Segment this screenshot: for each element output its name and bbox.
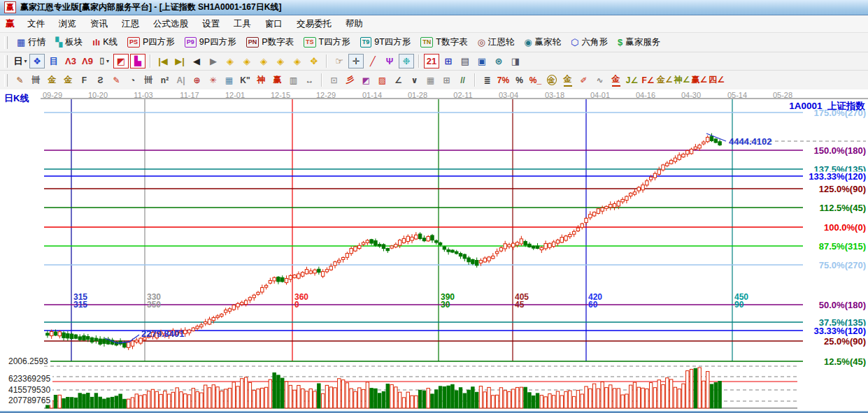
shen-mark-tool-button[interactable]: 神: [254, 73, 269, 87]
mind-map-tool-button[interactable]: ❉: [399, 54, 414, 68]
wave-band-tool-button[interactable]: ∿: [592, 73, 607, 87]
period-day-selector-button[interactable]: 日▾: [13, 54, 28, 68]
menu-item-formula-stock-pick[interactable]: 公式选股: [146, 17, 195, 31]
fan-square-tool-button[interactable]: ◩: [359, 73, 373, 87]
diamond-cross-button-button[interactable]: ◈: [273, 54, 288, 68]
compass-tool-button[interactable]: ✎: [13, 73, 27, 87]
t-square-button[interactable]: TST四方形: [299, 35, 355, 50]
menu-item-window[interactable]: 窗口: [258, 17, 290, 31]
hexagon-button[interactable]: ⬡六角形: [566, 35, 613, 50]
scale-ruler-tool-button[interactable]: 卌: [29, 73, 43, 87]
gold-angle-tool-button[interactable]: 金∠: [657, 73, 673, 87]
menu-item-news[interactable]: 资讯: [83, 17, 115, 31]
market-quotes-button[interactable]: ▦行情: [12, 35, 50, 50]
gold-level-tool-button[interactable]: 金: [560, 73, 575, 87]
h-span-tool-button[interactable]: ↔: [302, 73, 317, 87]
parallel-rays-tool-button[interactable]: //: [455, 73, 470, 87]
9p-square-button[interactable]: P99P四方形: [180, 35, 241, 50]
winner-service-button[interactable]: $赢家服务: [613, 35, 665, 50]
red-compass-tool-button[interactable]: ✎: [109, 73, 124, 87]
gold-circle-tool-button[interactable]: 金: [544, 73, 559, 87]
candle-style-selector-button[interactable]: ⌷▾: [97, 54, 112, 68]
last-bar-button-button[interactable]: ▶|: [172, 54, 187, 68]
win-mark-tool-button[interactable]: 赢: [270, 73, 285, 87]
menu-item-gann[interactable]: 江恩: [115, 17, 146, 31]
p-number-table-button[interactable]: PNP数字表: [241, 35, 299, 50]
ladder-table-tool-button[interactable]: ≣: [480, 73, 495, 87]
menu-item-file[interactable]: 文件: [20, 17, 52, 31]
notepad-tool-button[interactable]: ▤: [457, 54, 473, 68]
first-bar-button-button[interactable]: |◀: [155, 54, 171, 68]
save-tool-button[interactable]: ▣: [474, 54, 490, 68]
gold-ruler-b-tool-button[interactable]: 金: [61, 73, 76, 87]
gann-shape-tool-button[interactable]: ◩: [113, 54, 129, 68]
win-angle-tool-button[interactable]: 赢∠: [692, 73, 708, 87]
n-square-tool-button[interactable]: n²: [157, 73, 172, 87]
multi-angle-tool-button[interactable]: ∠: [391, 73, 406, 87]
volume-profile-tool-button[interactable]: ▙: [130, 54, 145, 68]
percent-zone-tool-button[interactable]: 7%: [496, 73, 511, 87]
crosshair-tool-button[interactable]: ✛: [348, 54, 364, 68]
gold-ruler-a-tool-button[interactable]: 金: [45, 73, 59, 87]
channel-tool-button[interactable]: A|: [173, 73, 188, 87]
instrument-name: 上证指数: [827, 101, 865, 111]
chart-area[interactable]: 09-2910-2011-0311-1712-0112-1512-2901-14…: [0, 89, 868, 413]
square-fan-tool-button[interactable]: ▨: [375, 73, 390, 87]
menu-item-tools[interactable]: 工具: [227, 17, 258, 31]
marker-pen-tool-icon: ✐: [580, 75, 587, 85]
next-bar-button-button[interactable]: ▶: [206, 54, 221, 68]
ruler-band-tool-button[interactable]: ▥: [286, 73, 301, 87]
hash-ruler-tool-button[interactable]: 卌: [141, 73, 156, 87]
menu-item-help[interactable]: 帮助: [339, 17, 370, 31]
j-angle-tool-button[interactable]: J∠: [625, 73, 639, 87]
calendar-tool-button[interactable]: 21: [424, 54, 439, 68]
menu-item-browse[interactable]: 浏览: [52, 17, 83, 31]
marker-pen-tool-button[interactable]: ✐: [576, 73, 591, 87]
t-number-table-button[interactable]: TNT数字表: [415, 35, 472, 50]
diamond-right-button-button[interactable]: ◈: [239, 54, 255, 68]
prev-bar-button-button[interactable]: ◀: [189, 54, 204, 68]
sectors-button[interactable]: ▚板块: [50, 35, 87, 50]
gann-fan-tool-button[interactable]: 彡: [343, 73, 357, 87]
9t-square-button[interactable]: T99T四方形: [355, 35, 416, 50]
k-quote-tool-button[interactable]: K": [238, 73, 252, 87]
trendline-tool-button[interactable]: ╱: [365, 54, 380, 68]
kline-button[interactable]: ılıK线: [87, 35, 122, 50]
winner-wheel-button[interactable]: ◉赢家轮: [519, 35, 566, 50]
percent-line-tool-button[interactable]: %_: [528, 73, 543, 87]
p-square-button[interactable]: PSP四方形: [122, 35, 180, 50]
snapshot-tool-button[interactable]: ◨: [508, 54, 523, 68]
diamond-left-button-button[interactable]: ◈: [222, 54, 238, 68]
diamond-move-button-button[interactable]: ✥: [306, 54, 322, 68]
parallel-rays-tool-icon: //: [460, 75, 465, 85]
wave-9-tool-button[interactable]: Λ9: [80, 54, 95, 68]
seal-tool-button[interactable]: Ψ: [382, 54, 397, 68]
matrix-grid-tool-button[interactable]: ▦: [423, 73, 438, 87]
time-cycle-clock-tool-button[interactable]: ◔: [125, 73, 140, 87]
diamond-hspan-button-button[interactable]: ◈: [256, 54, 271, 68]
f-ruler-tool-button[interactable]: F: [77, 73, 92, 87]
calculator-tool-button[interactable]: ⊞: [441, 54, 456, 68]
gann-wheel-button[interactable]: ◎江恩轮: [472, 35, 519, 50]
matrix-arrow-tool-button[interactable]: ⊞: [439, 73, 454, 87]
si-angle-tool-button[interactable]: 四∠: [709, 73, 725, 87]
info-doc-tool-button[interactable]: 目: [46, 54, 62, 68]
share-web-tool-button[interactable]: ⊛: [491, 54, 506, 68]
menu-item-settings[interactable]: 设置: [195, 17, 227, 31]
gold-base-tool-button[interactable]: 金: [609, 73, 623, 87]
s-cycle-tool-button[interactable]: Ƨ: [93, 73, 108, 87]
percent-tool-button[interactable]: %: [512, 73, 527, 87]
share-web-tool-icon: ⊛: [495, 56, 503, 66]
menu-item-trade-order[interactable]: 交易委托: [290, 17, 339, 31]
pan-hand-tool-button[interactable]: ☞: [332, 54, 347, 68]
f-angle-tool-button[interactable]: F∠: [641, 73, 655, 87]
diamond-expand-button-button[interactable]: ◈: [290, 54, 305, 68]
shen-angle-tool-button[interactable]: 神∠: [674, 73, 690, 87]
zigzag-tool-button[interactable]: ∨: [407, 73, 422, 87]
star-burst-tool-button[interactable]: ✳: [206, 73, 220, 87]
net-grid-tool-button[interactable]: ▦: [222, 73, 236, 87]
box-select-tool-button[interactable]: ⊡: [327, 73, 341, 87]
wave-3-tool-button[interactable]: Λ3: [63, 54, 78, 68]
target-circle-tool-button[interactable]: ⊕: [190, 73, 204, 87]
gann-pattern-tool-button[interactable]: ❖: [29, 54, 45, 68]
